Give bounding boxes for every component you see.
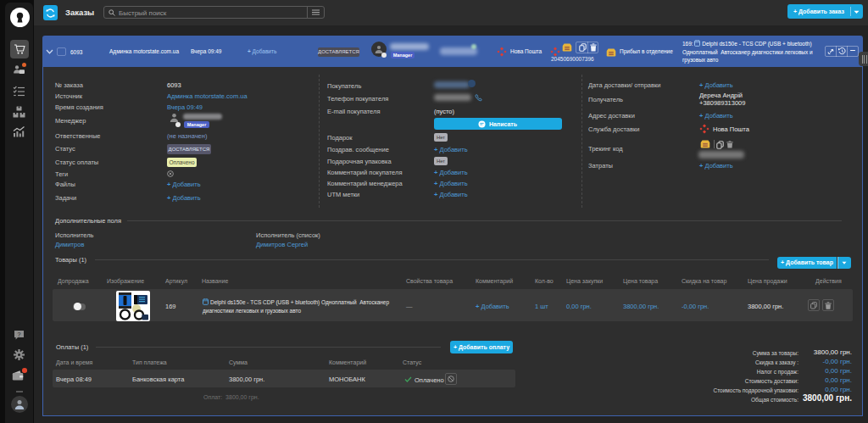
svg-text:?: ? bbox=[18, 331, 21, 337]
